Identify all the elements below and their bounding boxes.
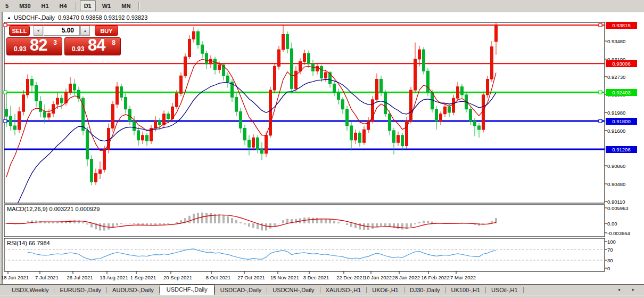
line-handle	[599, 23, 602, 27]
date-tick-label: 3 Dec 2021	[303, 275, 329, 280]
price-tick-label: 0.90860	[607, 163, 625, 169]
date-tick-label: 28 Jan 2022	[392, 275, 420, 280]
chevron-up-icon: ▲	[84, 29, 87, 33]
toolbar-separator	[75, 2, 76, 10]
timeframe-button-M30[interactable]: M30	[15, 1, 35, 11]
date-tick-label: 15 Nov 2021	[270, 275, 299, 280]
rsi-tick-label: 30	[607, 257, 613, 263]
symbol-label: USDCHF-,Daily	[14, 14, 55, 21]
buy-price-sup: 8	[112, 39, 115, 46]
price-line-badge: 0.93006	[606, 60, 637, 67]
price-line-badge: 0.92403	[606, 89, 637, 96]
price-line-badge: 0.91206	[606, 146, 637, 153]
buy-price-big: 84	[88, 36, 105, 55]
tab-uk100-h1[interactable]: UK100-,H1	[446, 286, 485, 294]
date-tick-label: 16 Feb 2022	[421, 275, 449, 280]
date-tick-label: 10 Jan 2022	[364, 275, 392, 280]
tab-separator	[523, 287, 524, 293]
timeframe-button-H4[interactable]: H4	[55, 1, 71, 11]
price-line-badge: 0.91800	[606, 118, 637, 125]
price-tick-label: 0.91980	[607, 110, 625, 116]
date-tick-label: 7 Jul 2021	[35, 275, 59, 280]
date-tick-label: 7 Mar 2022	[450, 275, 476, 280]
macd-tick-label: -0.003664	[607, 230, 630, 236]
date-tick-label: 20 Sep 2021	[163, 275, 192, 280]
toolbar-separator	[138, 2, 139, 10]
timeframe-button-5[interactable]: 5	[1, 1, 13, 11]
tab-xauusd-h1[interactable]: XAUUSD-,H1	[320, 286, 367, 294]
tab-audusd-daily[interactable]: AUDUSD-,Daily	[107, 286, 159, 294]
line-handle	[599, 91, 602, 94]
volume-up-button[interactable]: ▲	[80, 26, 90, 36]
collapse-icon[interactable]: ▲	[7, 15, 11, 20]
volume-input[interactable]: 5.00	[44, 26, 80, 36]
tab-ukoil-h1[interactable]: UKOil-,H1	[367, 286, 404, 294]
tab-usoil-h1[interactable]: USOil-,H1	[486, 286, 523, 294]
timeframe-button-MN[interactable]: MN	[117, 1, 135, 11]
sell-price-small: 0.93	[14, 45, 26, 53]
tab-scroll-arrows[interactable]: ◂ ▸	[617, 287, 640, 292]
chevron-down-icon: ▼	[37, 29, 40, 33]
tab-usdx-weekly[interactable]: USDX,Weekly	[6, 286, 54, 294]
rsi-tick-label: 0	[607, 265, 610, 271]
line-handle	[599, 119, 602, 123]
tab-usdcad-daily[interactable]: USDCAD-,Daily	[215, 286, 267, 294]
buy-button[interactable]: BUY	[95, 26, 118, 36]
ohlc-values: 0.93470 0.93858 0.93192 0.93823	[58, 14, 147, 21]
price-tick-label: 0.92730	[607, 74, 625, 80]
sell-price-big: 82	[30, 36, 47, 55]
tab-eurusd-daily[interactable]: EURUSD-,Daily	[54, 286, 106, 294]
date-tick-label: 22 Dec 2021	[336, 275, 365, 280]
price-tick-label: 0.90110	[607, 199, 625, 205]
symbol-tab-bar: USDX,WeeklyEURUSD-,DailyAUDUSD-,DailyUSD…	[0, 284, 644, 295]
date-tick-label: 27 Oct 2021	[237, 275, 265, 280]
ma-fast-line	[6, 59, 496, 177]
timeframe-button-W1[interactable]: W1	[98, 1, 115, 11]
rsi-label: RSI(14) 66.7984	[7, 240, 50, 246]
tab-usdchf-daily[interactable]: USDCHF-,Daily	[160, 285, 214, 295]
price-tick-label: 0.90480	[607, 181, 625, 187]
date-tick-label: 13 Aug 2021	[100, 275, 128, 280]
macd-tick-label: 0.00	[607, 221, 617, 227]
date-tick-label: 18 Jun 2021	[1, 275, 29, 280]
date-tick-label: 26 Jul 2021	[67, 275, 93, 280]
price-line-badge: 0.93815	[606, 22, 637, 29]
rsi-tick-label: 70	[607, 247, 613, 253]
macd-tick-label: 0.005963	[607, 205, 629, 211]
volume-down-button[interactable]: ▼	[34, 26, 43, 36]
price-tick-label: 0.91600	[607, 128, 625, 134]
buy-price-small: 0.93	[72, 45, 84, 53]
tab-usdcnh-daily[interactable]: USDCNH-,Daily	[267, 286, 319, 294]
rsi-line	[28, 249, 496, 260]
date-tick-label: 1 Sep 2021	[130, 275, 156, 280]
tab-dj30-daily[interactable]: DJ30-,Daily	[404, 286, 445, 294]
rsi-tick-label: 100	[607, 239, 616, 245]
timeframe-button-H1[interactable]: H1	[37, 1, 53, 11]
buy-price[interactable]: 0.93 84 8	[64, 37, 121, 55]
price-tick-label: 0.93480	[607, 38, 625, 44]
macd-label: MACD(12,26,9) 0.003221 0.000929	[7, 206, 100, 212]
sell-button[interactable]: SELL	[9, 26, 30, 36]
timeframe-button-D1[interactable]: D1	[80, 1, 96, 11]
timeframe-toolbar: 5M30H1H4D1W1MN	[0, 0, 644, 12]
status-bar	[0, 295, 644, 298]
sell-price[interactable]: 0.93 82 3	[6, 37, 62, 55]
sell-price-sup: 3	[53, 39, 57, 46]
line-handle	[4, 23, 7, 27]
date-tick-label: 8 Oct 2021	[206, 275, 230, 280]
chart-title: ▲USDCHF-,Daily 0.93470 0.93858 0.93192 0…	[7, 14, 147, 21]
